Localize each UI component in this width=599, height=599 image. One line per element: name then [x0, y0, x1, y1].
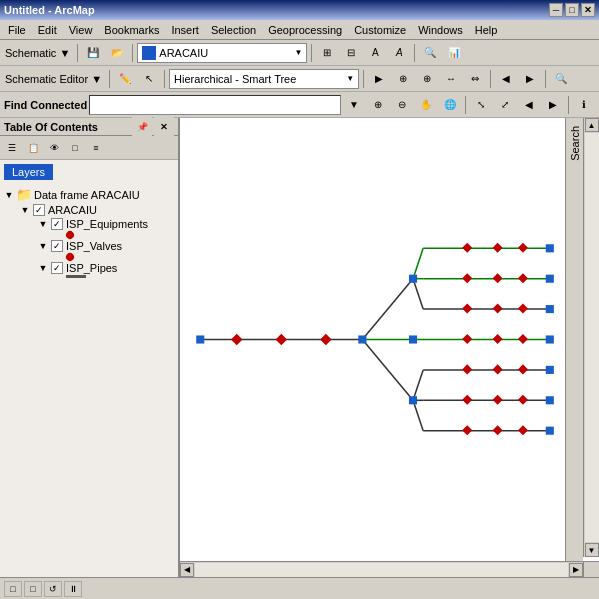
find-info[interactable]: ℹ	[573, 94, 595, 116]
menu-file[interactable]: File	[2, 22, 32, 38]
scroll-right-btn[interactable]: ▶	[569, 563, 583, 577]
menu-insert[interactable]: Insert	[165, 22, 205, 38]
window-controls[interactable]: ─ □ ✕	[549, 3, 595, 17]
tool-3[interactable]: A	[364, 42, 386, 64]
layout-dropdown[interactable]: Hierarchical - Smart Tree ▼	[169, 69, 359, 89]
edit-tool-2[interactable]: ↖	[138, 68, 160, 90]
layout-tool-2[interactable]: ⊕	[392, 68, 414, 90]
scroll-down-btn[interactable]: ▼	[585, 543, 599, 557]
folder-icon: 📁	[16, 187, 32, 202]
find-back[interactable]: ◀	[518, 94, 540, 116]
menu-windows[interactable]: Windows	[412, 22, 469, 38]
tool-4[interactable]: A	[388, 42, 410, 64]
nav-back[interactable]: ◀	[495, 68, 517, 90]
tool-1[interactable]: ⊞	[316, 42, 338, 64]
toc-source-btn[interactable]: 📋	[23, 138, 43, 158]
tool-2[interactable]: ⊟	[340, 42, 362, 64]
schematic-menu-button[interactable]: Schematic ▼	[2, 42, 73, 64]
find-expand[interactable]: ⤡	[470, 94, 492, 116]
layers-tab[interactable]: Layers	[4, 164, 53, 180]
tool-5[interactable]: 🔍	[419, 42, 441, 64]
valves-name: ISP_Valves	[66, 240, 122, 252]
isp-pipes-container: ▼ ✓ ISP_Pipes	[16, 261, 178, 278]
layout-tool-5[interactable]: ⇔	[464, 68, 486, 90]
toc-pin[interactable]: 📌	[132, 117, 152, 137]
find-input[interactable]	[89, 95, 341, 115]
toc-close[interactable]: ✕	[154, 117, 174, 137]
aracaiu-checkbox[interactable]: ✓	[33, 204, 45, 216]
find-zoom[interactable]: ⊕	[367, 94, 389, 116]
menu-view[interactable]: View	[63, 22, 99, 38]
svg-line-1	[362, 279, 413, 340]
equip-name: ISP_Equipments	[66, 218, 148, 230]
separator-4	[414, 44, 415, 62]
nav-fwd[interactable]: ▶	[519, 68, 541, 90]
close-button[interactable]: ✕	[581, 3, 595, 17]
save-button[interactable]: 💾	[82, 42, 104, 64]
scroll-track-v[interactable]	[585, 133, 599, 542]
toc-vis-btn[interactable]: 👁	[44, 138, 64, 158]
toc-toolbar: ☰ 📋 👁 □ ≡	[0, 136, 178, 160]
menu-selection[interactable]: Selection	[205, 22, 262, 38]
layer-isp-pipes[interactable]: ▼ ✓ ISP_Pipes	[34, 261, 178, 275]
layout-tool-4[interactable]: ↔	[440, 68, 462, 90]
zoom-in[interactable]: 🔍	[550, 68, 572, 90]
menu-geoprocessing[interactable]: Geoprocessing	[262, 22, 348, 38]
find-globe[interactable]: 🌐	[439, 94, 461, 116]
svg-rect-18	[276, 334, 287, 345]
menu-bookmarks[interactable]: Bookmarks	[98, 22, 165, 38]
svg-rect-23	[409, 396, 417, 404]
menu-customize[interactable]: Customize	[348, 22, 412, 38]
valves-symbol-row	[34, 253, 178, 261]
search-panel[interactable]: Search	[565, 118, 583, 561]
editor-menu-button[interactable]: Schematic Editor ▼	[2, 68, 105, 90]
layer-isp-equipments[interactable]: ▼ ✓ ISP_Equipments	[34, 217, 178, 231]
menu-help[interactable]: Help	[469, 22, 504, 38]
svg-rect-49	[518, 395, 528, 405]
svg-line-2	[362, 340, 413, 401]
maximize-button[interactable]: □	[565, 3, 579, 17]
toc-content: Layers ▼ 📁 Data frame ARACAIU ▼ ✓ ARACAI…	[0, 160, 178, 577]
menu-bar: File Edit View Bookmarks Insert Selectio…	[0, 20, 599, 40]
find-options-btn[interactable]: ▼	[343, 94, 365, 116]
layer-aracaiu[interactable]: ▼ ✓ ARACAIU	[16, 203, 178, 217]
layout-tool-3[interactable]: ⊕	[416, 68, 438, 90]
minimize-button[interactable]: ─	[549, 3, 563, 17]
equip-symbol-row	[34, 231, 178, 239]
scroll-track-h[interactable]	[195, 563, 568, 577]
find-fwd[interactable]: ▶	[542, 94, 564, 116]
open-button[interactable]: 📂	[106, 42, 128, 64]
toc-sel-btn[interactable]: □	[65, 138, 85, 158]
map-area[interactable]: ▲ ▼ Search ◀ ▶	[180, 118, 599, 577]
layout-tool-1[interactable]: ▶	[368, 68, 390, 90]
search-tab-label[interactable]: Search	[567, 122, 583, 165]
find-minus[interactable]: ⊖	[391, 94, 413, 116]
menu-edit[interactable]: Edit	[32, 22, 63, 38]
scroll-left-btn[interactable]: ◀	[180, 563, 194, 577]
map-scrollbar-v[interactable]: ▲ ▼	[583, 118, 599, 557]
pipes-checkbox[interactable]: ✓	[51, 262, 63, 274]
status-btn-3[interactable]: ↺	[44, 581, 62, 597]
scroll-up-btn[interactable]: ▲	[585, 118, 599, 132]
map-scrollbar-h[interactable]: ◀ ▶	[180, 561, 583, 577]
svg-line-7	[413, 279, 423, 309]
toc-list-btn[interactable]: ☰	[2, 138, 22, 158]
status-btn-2[interactable]: □	[24, 581, 42, 597]
diagram-dropdown[interactable]: ARACAIU ▼	[137, 43, 307, 63]
toc-options-btn[interactable]: ≡	[86, 138, 106, 158]
find-collapse[interactable]: ⤢	[494, 94, 516, 116]
svg-rect-26	[546, 275, 554, 283]
valves-checkbox[interactable]: ✓	[51, 240, 63, 252]
status-btn-4[interactable]: ⏸	[64, 581, 82, 597]
layer-isp-valves[interactable]: ▼ ✓ ISP_Valves	[34, 239, 178, 253]
equip-checkbox[interactable]: ✓	[51, 218, 63, 230]
find-hand[interactable]: ✋	[415, 94, 437, 116]
tool-6[interactable]: 📊	[443, 42, 465, 64]
status-btn-1[interactable]: □	[4, 581, 22, 597]
toc-group-header[interactable]: ▼ 📁 Data frame ARACAIU	[0, 186, 178, 203]
separator-2	[132, 44, 133, 62]
diagram-dropdown-arrow: ▼	[294, 48, 302, 57]
sep-f2	[568, 96, 569, 114]
svg-rect-34	[518, 243, 528, 253]
edit-tool-1[interactable]: ✏️	[114, 68, 136, 90]
